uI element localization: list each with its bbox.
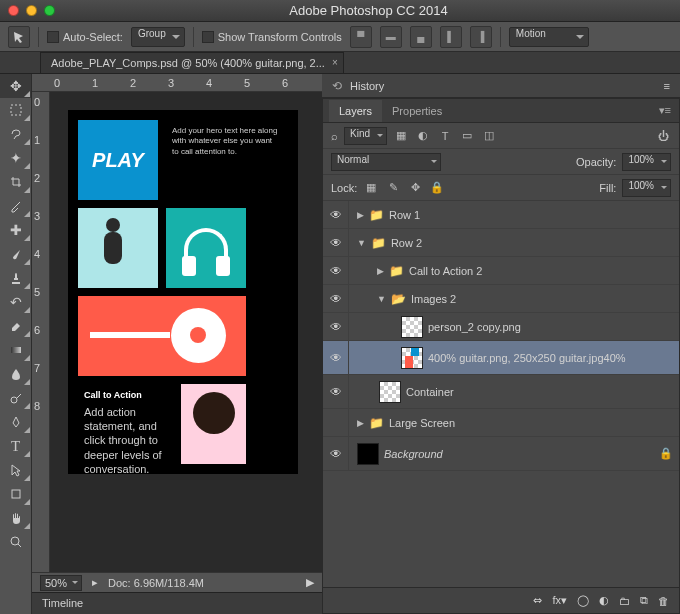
wand-tool[interactable]: ✦	[0, 146, 31, 170]
visibility-toggle[interactable]: 👁	[323, 313, 349, 340]
filter-smart-icon[interactable]: ◫	[481, 128, 497, 144]
visibility-toggle[interactable]: 👁	[323, 229, 349, 256]
lock-position-icon[interactable]: ✥	[407, 180, 423, 196]
opacity-dropdown[interactable]: 100%	[622, 153, 671, 171]
disclosure-closed-icon[interactable]: ▶	[357, 418, 364, 428]
layer-background[interactable]: 👁 Background 🔒	[323, 437, 679, 471]
panel-menu-icon[interactable]: ≡	[664, 80, 670, 92]
history-panel-header[interactable]: ⟲ History ≡	[322, 74, 680, 98]
visibility-toggle[interactable]: 👁	[323, 437, 349, 470]
disclosure-closed-icon[interactable]: ▶	[357, 210, 364, 220]
disclosure-open-icon[interactable]: ▼	[357, 238, 366, 248]
checkbox-icon	[202, 31, 214, 43]
blur-tool[interactable]	[0, 362, 31, 386]
filter-type-icon[interactable]: T	[437, 128, 453, 144]
layer-group-row1[interactable]: 👁 ▶ 📁 Row 1	[323, 201, 679, 229]
layer-fx-icon[interactable]: fx▾	[552, 594, 567, 607]
stamp-tool[interactable]	[0, 266, 31, 290]
layer-group-row2[interactable]: 👁 ▼ 📁 Row 2	[323, 229, 679, 257]
tools-panel: ✥ ✦ ✚ ↶ T	[0, 74, 32, 614]
ruler-vertical[interactable]: 0 1 2 3 4 5 6 7 8	[32, 92, 50, 572]
visibility-toggle[interactable]: 👁	[323, 201, 349, 228]
show-transform-checkbox[interactable]: Show Transform Controls	[202, 31, 342, 43]
minimize-window[interactable]	[26, 5, 37, 16]
close-window[interactable]	[8, 5, 19, 16]
new-group-icon[interactable]: 🗀	[619, 595, 630, 607]
lasso-tool[interactable]	[0, 122, 31, 146]
layer-container[interactable]: 👁 Container	[323, 375, 679, 409]
chevron-right-icon[interactable]: ▶	[306, 576, 314, 589]
align-center-icon[interactable]: ▐	[470, 26, 492, 48]
history-brush-tool[interactable]: ↶	[0, 290, 31, 314]
visibility-toggle[interactable]: 👁	[323, 375, 349, 408]
tab-properties[interactable]: Properties	[382, 100, 452, 122]
type-tool[interactable]: T	[0, 434, 31, 458]
path-select-tool[interactable]	[0, 458, 31, 482]
title-bar: Adobe Photoshop CC 2014	[0, 0, 680, 22]
history-label: History	[350, 80, 384, 92]
dodge-tool[interactable]	[0, 386, 31, 410]
layer-group-images2[interactable]: 👁 ▼ 📂 Images 2	[323, 285, 679, 313]
marquee-tool[interactable]	[0, 98, 31, 122]
shape-tool[interactable]	[0, 482, 31, 506]
lock-transparency-icon[interactable]: ▦	[363, 180, 379, 196]
close-icon[interactable]: ×	[332, 57, 338, 68]
disclosure-open-icon[interactable]: ▼	[377, 294, 386, 304]
zoom-window[interactable]	[44, 5, 55, 16]
canvas[interactable]: PLAY Add your hero text here along with …	[50, 92, 322, 572]
expand-icon[interactable]: ▸	[92, 576, 98, 589]
layer-group-large[interactable]: ▶ 📁 Large Screen	[323, 409, 679, 437]
pen-tool[interactable]	[0, 410, 31, 434]
lock-all-icon[interactable]: 🔒	[429, 180, 445, 196]
auto-select-checkbox[interactable]: Auto-Select:	[47, 31, 123, 43]
visibility-toggle[interactable]: 👁	[323, 341, 349, 374]
disclosure-closed-icon[interactable]: ▶	[377, 266, 384, 276]
layers-footer: ⇔ fx▾ ◯ ◐ 🗀 ⧉ 🗑	[323, 587, 679, 613]
align-middle-icon[interactable]: ▬	[380, 26, 402, 48]
move-tool-icon[interactable]	[8, 26, 30, 48]
layer-group-cta2[interactable]: 👁 ▶ 📁 Call to Action 2	[323, 257, 679, 285]
zoom-tool[interactable]	[0, 530, 31, 554]
svg-point-4	[11, 537, 19, 545]
link-layers-icon[interactable]: ⇔	[533, 594, 542, 607]
filter-kind-dropdown[interactable]: Kind	[344, 127, 387, 145]
zoom-dropdown[interactable]: 50%	[40, 575, 82, 591]
hand-tool[interactable]	[0, 506, 31, 530]
align-bottom-icon[interactable]: ▄	[410, 26, 432, 48]
visibility-toggle[interactable]	[323, 409, 349, 436]
workspace-dropdown[interactable]: Motion	[509, 27, 589, 47]
ruler-tick: 0	[34, 96, 40, 108]
new-layer-icon[interactable]: ⧉	[640, 594, 648, 607]
auto-select-dropdown[interactable]: Group	[131, 27, 185, 47]
lock-icon: 🔒	[659, 447, 673, 460]
blend-mode-dropdown[interactable]: Normal	[331, 153, 441, 171]
align-top-icon[interactable]: ▀	[350, 26, 372, 48]
eraser-tool[interactable]	[0, 314, 31, 338]
layer-guitar-selected[interactable]: 👁 400% guitar.png, 250x250 guitar.jpg40%	[323, 341, 679, 375]
adjustment-layer-icon[interactable]: ◐	[599, 594, 609, 607]
document-tab-label: Adobe_PLAY_Comps.psd @ 50% (400% guitar.…	[51, 57, 325, 69]
move-tool[interactable]: ✥	[0, 74, 31, 98]
brush-tool[interactable]	[0, 242, 31, 266]
visibility-toggle[interactable]: 👁	[323, 257, 349, 284]
filter-adjust-icon[interactable]: ◐	[415, 128, 431, 144]
lock-pixels-icon[interactable]: ✎	[385, 180, 401, 196]
document-tab[interactable]: Adobe_PLAY_Comps.psd @ 50% (400% guitar.…	[40, 52, 344, 73]
filter-pixel-icon[interactable]: ▦	[393, 128, 409, 144]
filter-toggle[interactable]: ⏻	[655, 128, 671, 144]
gradient-tool[interactable]	[0, 338, 31, 362]
heal-tool[interactable]: ✚	[0, 218, 31, 242]
panel-menu-icon[interactable]: ▾≡	[651, 99, 679, 122]
layer-mask-icon[interactable]: ◯	[577, 594, 589, 607]
fill-dropdown[interactable]: 100%	[622, 179, 671, 197]
eyedropper-tool[interactable]	[0, 194, 31, 218]
layer-person[interactable]: 👁 person_2 copy.png	[323, 313, 679, 341]
visibility-toggle[interactable]: 👁	[323, 285, 349, 312]
timeline-panel-tab[interactable]: Timeline	[32, 592, 322, 614]
crop-tool[interactable]	[0, 170, 31, 194]
delete-layer-icon[interactable]: 🗑	[658, 595, 669, 607]
ruler-horizontal[interactable]: 0 1 2 3 4 5 6	[32, 74, 322, 92]
filter-shape-icon[interactable]: ▭	[459, 128, 475, 144]
tab-layers[interactable]: Layers	[329, 100, 382, 122]
align-left-icon[interactable]: ▌	[440, 26, 462, 48]
